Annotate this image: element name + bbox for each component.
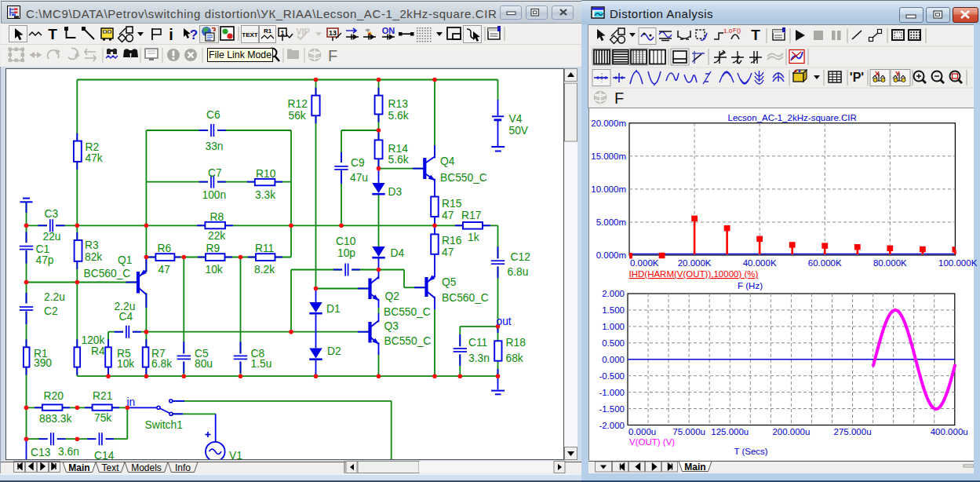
svg-text:-1.000: -1.000	[599, 388, 625, 397]
svg-text:47u: 47u	[350, 172, 368, 184]
svg-text:Main: Main	[684, 462, 705, 473]
svg-text:47p: 47p	[36, 254, 54, 266]
svg-text:BC560_C: BC560_C	[442, 292, 489, 304]
svg-text:C4: C4	[119, 311, 133, 323]
svg-text:1.0: 1.0	[723, 27, 733, 35]
svg-text:Info: Info	[175, 462, 191, 473]
svg-text:TEXT: TEXT	[242, 31, 258, 38]
svg-text:8.2k: 8.2k	[254, 264, 275, 276]
svg-text:5.6k: 5.6k	[388, 110, 409, 122]
svg-text:R3: R3	[85, 239, 99, 251]
svg-text:120k: 120k	[82, 334, 105, 346]
svg-text:C6: C6	[206, 109, 220, 121]
svg-text:125.000u: 125.000u	[711, 427, 749, 436]
svg-text:T: T	[48, 26, 57, 42]
svg-text:Text: Text	[101, 462, 119, 473]
svg-text:Models: Models	[131, 462, 162, 473]
svg-text:R2: R2	[86, 141, 100, 153]
svg-text:Q1: Q1	[118, 254, 132, 266]
svg-text:F: F	[614, 89, 624, 107]
svg-text:10k: 10k	[206, 264, 223, 276]
svg-text:D4: D4	[391, 247, 405, 259]
svg-text:BC560_C: BC560_C	[84, 268, 131, 279]
svg-text:C1: C1	[36, 243, 50, 255]
svg-text:VIP: VIP	[296, 27, 310, 36]
svg-text:60.000K: 60.000K	[808, 258, 842, 268]
svg-text:2.2u: 2.2u	[44, 291, 65, 303]
svg-text:100n: 100n	[202, 189, 227, 201]
svg-text:20.000K: 20.000K	[678, 258, 712, 268]
svg-text:C10: C10	[336, 236, 356, 247]
svg-text:R13: R13	[388, 98, 409, 110]
svg-text:C12: C12	[511, 251, 530, 263]
svg-text:1k: 1k	[468, 232, 479, 243]
svg-text:0.000m: 0.000m	[596, 250, 626, 260]
svg-text:F: F	[328, 47, 337, 64]
svg-text:R4: R4	[91, 345, 105, 357]
svg-text:V(OUT) (V): V(OUT) (V)	[629, 437, 675, 447]
svg-text:68k: 68k	[506, 352, 523, 364]
svg-text:V4: V4	[509, 113, 523, 125]
svg-text:ON: ON	[382, 26, 395, 35]
svg-text:100.000K: 100.000K	[938, 258, 978, 268]
svg-text:-1.500: -1.500	[599, 404, 625, 414]
svg-text:C2: C2	[44, 305, 58, 317]
svg-text:50V: 50V	[509, 125, 529, 137]
svg-text:15.000m: 15.000m	[591, 152, 626, 161]
svg-text:D1: D1	[326, 303, 341, 315]
svg-text:BC550_C: BC550_C	[384, 335, 432, 347]
svg-text:22u: 22u	[43, 231, 61, 243]
svg-text:10k: 10k	[117, 358, 134, 370]
svg-text:80u: 80u	[195, 358, 213, 370]
svg-text:'P': 'P'	[850, 71, 864, 84]
svg-text:i: i	[169, 26, 173, 43]
svg-text:47: 47	[158, 264, 170, 276]
svg-text:R14: R14	[388, 143, 409, 155]
svg-text:BC550_C: BC550_C	[440, 172, 487, 184]
svg-text:R12: R12	[288, 98, 308, 110]
svg-text:R9: R9	[206, 243, 220, 254]
svg-text:47k: 47k	[86, 152, 103, 164]
svg-text:F(): F()	[733, 27, 741, 34]
svg-text:R11: R11	[255, 243, 274, 254]
svg-text:1.000: 1.000	[602, 322, 625, 331]
svg-text:47: 47	[442, 210, 454, 221]
svg-text:0.000K: 0.000K	[630, 258, 659, 268]
svg-text:C13: C13	[31, 447, 51, 458]
svg-text:D2: D2	[327, 345, 341, 357]
svg-text:Lecson_AC-1_2kHz-square.CIR: Lecson_AC-1_2kHz-square.CIR	[728, 113, 857, 122]
svg-text:R16: R16	[442, 235, 462, 246]
svg-text:0.000u: 0.000u	[628, 427, 656, 436]
svg-text:Q2: Q2	[385, 290, 399, 302]
svg-text:0.500: 0.500	[602, 338, 625, 348]
svg-text:IHD(HARM(V(OUT)),10000) (%): IHD(HARM(V(OUT)),10000) (%)	[629, 269, 759, 279]
svg-text:1.5u: 1.5u	[251, 358, 272, 370]
svg-text:F (Hz): F (Hz)	[738, 281, 763, 290]
svg-text:56k: 56k	[289, 110, 306, 122]
svg-text:6.8k: 6.8k	[151, 358, 172, 370]
svg-text:6.8u: 6.8u	[508, 266, 529, 278]
svg-text:82k: 82k	[85, 251, 102, 263]
svg-text:883.3k: 883.3k	[39, 413, 72, 425]
svg-text:3.3k: 3.3k	[255, 189, 275, 201]
svg-text:D3: D3	[388, 186, 403, 198]
svg-text:80.000K: 80.000K	[873, 258, 907, 268]
svg-text:C14: C14	[94, 450, 115, 459]
svg-text:C11: C11	[468, 337, 487, 349]
svg-text:R1: R1	[264, 27, 272, 35]
svg-text:Q4: Q4	[440, 155, 455, 167]
svg-text:T (Secs): T (Secs)	[734, 447, 767, 456]
svg-text:20.000m: 20.000m	[591, 119, 626, 128]
svg-text:390: 390	[34, 357, 52, 369]
svg-text:-2.000: -2.000	[599, 421, 625, 430]
svg-text:Q5: Q5	[442, 276, 457, 288]
svg-text:C3: C3	[45, 208, 59, 220]
svg-text:3.3n: 3.3n	[468, 352, 490, 364]
svg-text:R21: R21	[93, 390, 112, 402]
svg-text:75k: 75k	[94, 412, 111, 424]
svg-text:5.6k: 5.6k	[388, 154, 409, 166]
svg-text:R15: R15	[442, 198, 462, 210]
svg-text:13: 13	[329, 29, 337, 37]
svg-text:C9: C9	[351, 157, 365, 169]
svg-text:0.000: 0.000	[602, 355, 625, 364]
